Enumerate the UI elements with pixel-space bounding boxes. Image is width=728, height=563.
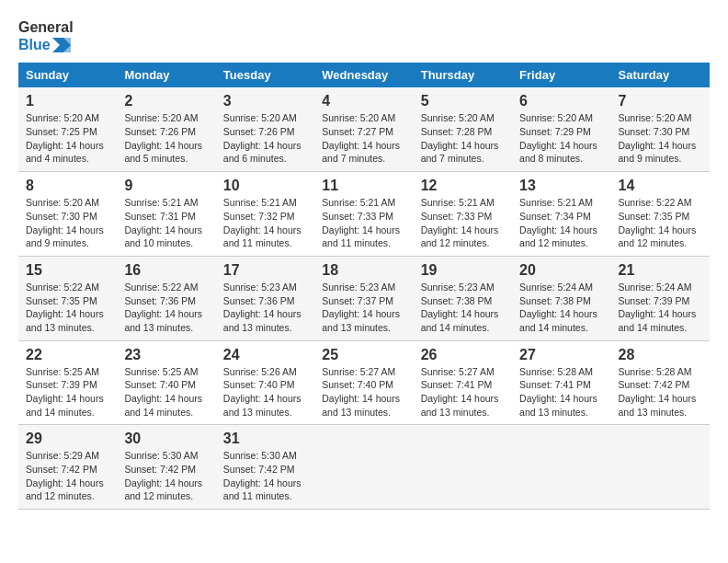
day-info: Sunrise: 5:23 AMSunset: 7:36 PMDaylight:…	[223, 282, 301, 333]
calendar-cell: 29 Sunrise: 5:29 AMSunset: 7:42 PMDaylig…	[18, 425, 117, 510]
day-info: Sunrise: 5:24 AMSunset: 7:39 PMDaylight:…	[619, 282, 697, 333]
day-number: 15	[26, 262, 109, 279]
day-info: Sunrise: 5:21 AMSunset: 7:33 PMDaylight:…	[322, 197, 400, 248]
day-number: 31	[223, 431, 307, 447]
day-info: Sunrise: 5:30 AMSunset: 7:42 PMDaylight:…	[223, 450, 301, 501]
day-info: Sunrise: 5:28 AMSunset: 7:42 PMDaylight:…	[619, 366, 697, 418]
day-number: 25	[322, 347, 405, 363]
day-info: Sunrise: 5:29 AMSunset: 7:42 PMDaylight:…	[26, 450, 104, 501]
calendar-cell	[414, 425, 512, 510]
logo-blue: Blue	[18, 36, 51, 53]
calendar-cell: 21 Sunrise: 5:24 AMSunset: 7:39 PMDaylig…	[611, 256, 710, 340]
calendar-cell: 13 Sunrise: 5:21 AMSunset: 7:34 PMDaylig…	[512, 172, 610, 257]
calendar-cell: 10 Sunrise: 5:21 AMSunset: 7:32 PMDaylig…	[216, 172, 314, 257]
day-info: Sunrise: 5:20 AMSunset: 7:27 PMDaylight:…	[322, 112, 400, 164]
calendar-cell	[611, 425, 710, 510]
calendar-cell: 18 Sunrise: 5:23 AMSunset: 7:37 PMDaylig…	[314, 256, 413, 340]
day-info: Sunrise: 5:22 AMSunset: 7:36 PMDaylight:…	[124, 282, 202, 333]
day-info: Sunrise: 5:20 AMSunset: 7:26 PMDaylight:…	[223, 112, 301, 164]
calendar-cell: 2 Sunrise: 5:20 AMSunset: 7:26 PMDayligh…	[117, 87, 215, 171]
calendar-week-row: 22 Sunrise: 5:25 AMSunset: 7:39 PMDaylig…	[18, 340, 710, 425]
day-number: 27	[519, 347, 603, 363]
day-number: 7	[619, 93, 702, 109]
day-number: 29	[26, 431, 109, 447]
calendar-cell: 20 Sunrise: 5:24 AMSunset: 7:38 PMDaylig…	[512, 256, 610, 340]
day-number: 30	[124, 431, 208, 447]
calendar-week-row: 8 Sunrise: 5:20 AMSunset: 7:30 PMDayligh…	[18, 172, 710, 257]
day-number: 12	[421, 178, 505, 194]
day-info: Sunrise: 5:30 AMSunset: 7:42 PMDaylight:…	[124, 450, 202, 501]
day-number: 21	[619, 262, 702, 279]
day-info: Sunrise: 5:22 AMSunset: 7:35 PMDaylight:…	[619, 197, 697, 248]
calendar-cell: 14 Sunrise: 5:22 AMSunset: 7:35 PMDaylig…	[611, 172, 710, 257]
calendar-cell: 30 Sunrise: 5:30 AMSunset: 7:42 PMDaylig…	[117, 425, 215, 510]
day-info: Sunrise: 5:25 AMSunset: 7:40 PMDaylight:…	[124, 366, 202, 418]
calendar-cell: 27 Sunrise: 5:28 AMSunset: 7:41 PMDaylig…	[512, 340, 610, 425]
day-number: 2	[124, 93, 208, 109]
day-number: 10	[223, 178, 307, 194]
day-number: 6	[519, 93, 603, 109]
day-number: 1	[26, 93, 109, 109]
calendar-cell: 19 Sunrise: 5:23 AMSunset: 7:38 PMDaylig…	[414, 256, 512, 340]
day-number: 26	[421, 347, 505, 363]
day-info: Sunrise: 5:27 AMSunset: 7:41 PMDaylight:…	[421, 366, 499, 418]
day-number: 23	[124, 347, 208, 363]
day-info: Sunrise: 5:20 AMSunset: 7:30 PMDaylight:…	[26, 197, 104, 248]
day-number: 24	[223, 347, 307, 363]
calendar-cell: 4 Sunrise: 5:20 AMSunset: 7:27 PMDayligh…	[314, 87, 413, 171]
calendar-cell: 23 Sunrise: 5:25 AMSunset: 7:40 PMDaylig…	[117, 340, 215, 425]
calendar-cell: 16 Sunrise: 5:22 AMSunset: 7:36 PMDaylig…	[117, 256, 215, 340]
logo: General Blue	[18, 18, 74, 53]
calendar-cell: 9 Sunrise: 5:21 AMSunset: 7:31 PMDayligh…	[117, 172, 215, 257]
calendar-cell: 25 Sunrise: 5:27 AMSunset: 7:40 PMDaylig…	[314, 340, 413, 425]
day-number: 11	[322, 178, 405, 194]
calendar-cell: 5 Sunrise: 5:20 AMSunset: 7:28 PMDayligh…	[414, 87, 512, 171]
header-monday: Monday	[117, 63, 215, 87]
calendar-cell: 3 Sunrise: 5:20 AMSunset: 7:26 PMDayligh…	[216, 87, 314, 171]
day-number: 18	[322, 262, 405, 279]
day-info: Sunrise: 5:21 AMSunset: 7:32 PMDaylight:…	[223, 197, 301, 248]
calendar-cell: 28 Sunrise: 5:28 AMSunset: 7:42 PMDaylig…	[611, 340, 710, 425]
day-info: Sunrise: 5:27 AMSunset: 7:40 PMDaylight:…	[322, 366, 400, 418]
day-number: 8	[26, 178, 109, 194]
calendar-cell: 6 Sunrise: 5:20 AMSunset: 7:29 PMDayligh…	[512, 87, 610, 171]
day-info: Sunrise: 5:23 AMSunset: 7:37 PMDaylight:…	[322, 282, 400, 333]
calendar-cell: 17 Sunrise: 5:23 AMSunset: 7:36 PMDaylig…	[216, 256, 314, 340]
logo-chevron-icon	[52, 38, 71, 52]
calendar-cell: 31 Sunrise: 5:30 AMSunset: 7:42 PMDaylig…	[216, 425, 314, 510]
day-number: 9	[124, 178, 208, 194]
day-info: Sunrise: 5:25 AMSunset: 7:39 PMDaylight:…	[26, 366, 104, 418]
day-info: Sunrise: 5:24 AMSunset: 7:38 PMDaylight:…	[519, 282, 597, 333]
calendar-cell: 24 Sunrise: 5:26 AMSunset: 7:40 PMDaylig…	[216, 340, 314, 425]
day-info: Sunrise: 5:23 AMSunset: 7:38 PMDaylight:…	[421, 282, 499, 333]
page-header: General Blue	[18, 18, 710, 53]
calendar-cell: 7 Sunrise: 5:20 AMSunset: 7:30 PMDayligh…	[611, 87, 710, 171]
day-number: 22	[26, 347, 109, 363]
day-info: Sunrise: 5:21 AMSunset: 7:33 PMDaylight:…	[421, 197, 499, 248]
day-number: 28	[619, 347, 702, 363]
day-info: Sunrise: 5:22 AMSunset: 7:35 PMDaylight:…	[26, 282, 104, 333]
day-info: Sunrise: 5:26 AMSunset: 7:40 PMDaylight:…	[223, 366, 301, 418]
day-number: 19	[421, 262, 505, 279]
day-info: Sunrise: 5:28 AMSunset: 7:41 PMDaylight:…	[519, 366, 597, 418]
calendar-cell: 26 Sunrise: 5:27 AMSunset: 7:41 PMDaylig…	[414, 340, 512, 425]
header-thursday: Thursday	[414, 63, 512, 87]
header-tuesday: Tuesday	[216, 63, 314, 87]
day-info: Sunrise: 5:20 AMSunset: 7:25 PMDaylight:…	[26, 112, 104, 164]
calendar-header-row: SundayMondayTuesdayWednesdayThursdayFrid…	[18, 63, 710, 87]
day-number: 5	[421, 93, 505, 109]
day-info: Sunrise: 5:21 AMSunset: 7:31 PMDaylight:…	[124, 197, 202, 248]
header-friday: Friday	[512, 63, 610, 87]
day-info: Sunrise: 5:20 AMSunset: 7:29 PMDaylight:…	[519, 112, 597, 164]
header-wednesday: Wednesday	[314, 63, 413, 87]
day-info: Sunrise: 5:20 AMSunset: 7:26 PMDaylight:…	[124, 112, 202, 164]
calendar-week-row: 15 Sunrise: 5:22 AMSunset: 7:35 PMDaylig…	[18, 256, 710, 340]
day-info: Sunrise: 5:20 AMSunset: 7:28 PMDaylight:…	[421, 112, 499, 164]
calendar-table: SundayMondayTuesdayWednesdayThursdayFrid…	[18, 63, 710, 510]
day-number: 14	[619, 178, 702, 194]
header-saturday: Saturday	[611, 63, 710, 87]
calendar-cell: 12 Sunrise: 5:21 AMSunset: 7:33 PMDaylig…	[414, 172, 512, 257]
day-number: 4	[322, 93, 405, 109]
calendar-cell: 22 Sunrise: 5:25 AMSunset: 7:39 PMDaylig…	[18, 340, 117, 425]
day-number: 13	[519, 178, 603, 194]
